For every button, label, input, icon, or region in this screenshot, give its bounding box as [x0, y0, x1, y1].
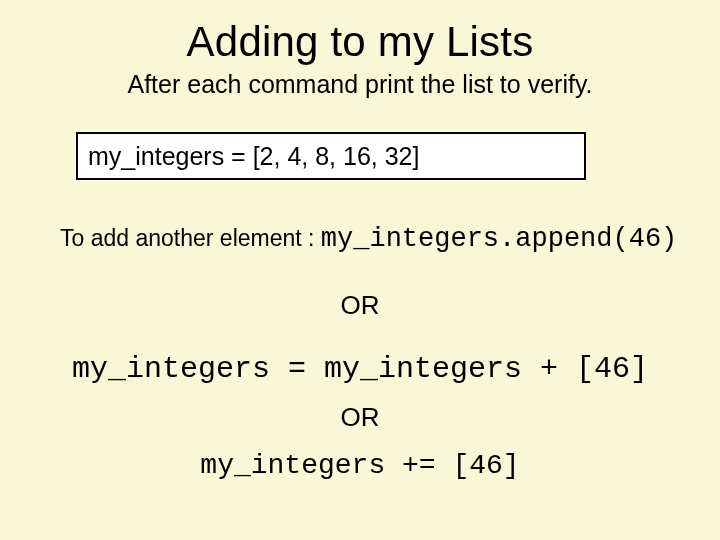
- slide-subtitle: After each command print the list to ver…: [0, 70, 720, 99]
- add-element-label: To add another element :: [60, 225, 321, 251]
- slide: Adding to my Lists After each command pr…: [0, 0, 720, 540]
- augmented-assign-code: my_integers += [46]: [0, 450, 720, 481]
- or-separator-1: OR: [0, 290, 720, 321]
- concat-code: my_integers = my_integers + [46]: [0, 352, 720, 386]
- append-code: my_integers.append(46): [321, 224, 677, 254]
- or-separator-2: OR: [0, 402, 720, 433]
- code-box-text: my_integers = [2, 4, 8, 16, 32]: [88, 142, 419, 171]
- code-box: my_integers = [2, 4, 8, 16, 32]: [76, 132, 586, 180]
- slide-title: Adding to my Lists: [0, 18, 720, 66]
- add-element-line: To add another element : my_integers.app…: [60, 224, 700, 254]
